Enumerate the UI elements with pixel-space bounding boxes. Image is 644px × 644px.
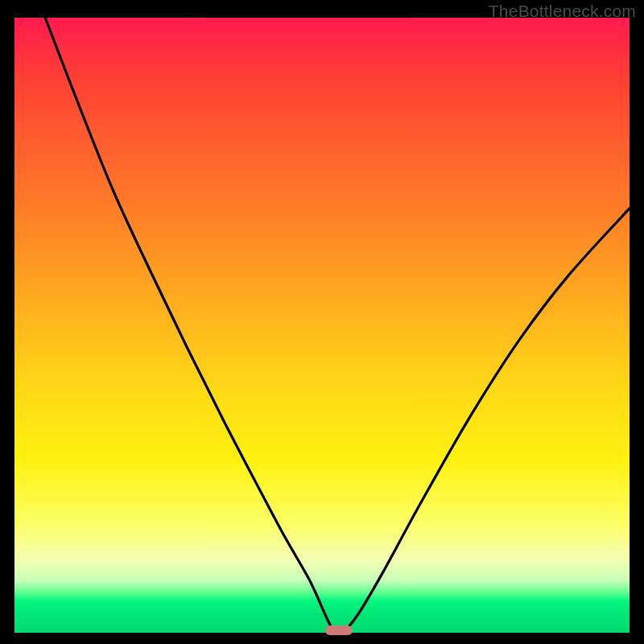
- plot-area: [14, 18, 630, 633]
- optimal-point-marker: [325, 625, 353, 635]
- chart-container: TheBottleneck.com: [0, 0, 644, 644]
- curve-svg: [14, 18, 630, 633]
- bottleneck-curve-path: [45, 18, 630, 633]
